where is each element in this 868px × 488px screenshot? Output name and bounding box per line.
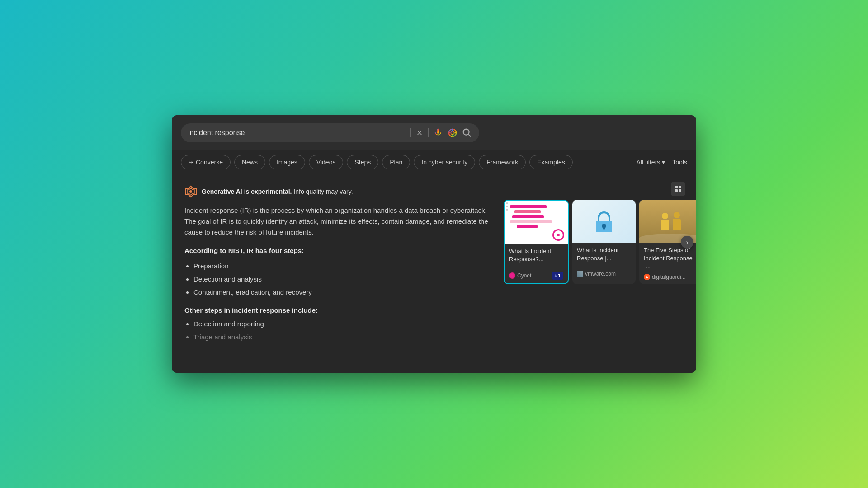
search-box[interactable]: incident response bbox=[181, 123, 479, 142]
list-item: Triage and analysis bbox=[193, 331, 489, 343]
svg-point-15 bbox=[189, 190, 192, 193]
ai-notice-bold: Generative AI is experimental. bbox=[202, 188, 292, 195]
card-1-title: What Is Incident Response?... bbox=[509, 247, 563, 269]
all-filters-label: All filters bbox=[636, 159, 660, 166]
search-input[interactable]: incident response bbox=[188, 129, 406, 137]
ai-notice-rest: Info quality may vary. bbox=[292, 188, 353, 195]
tab-steps[interactable]: Steps bbox=[347, 155, 378, 169]
card-2-title: What is Incident Response |... bbox=[577, 246, 631, 268]
card-3-footer: ▲ digitalguardi... bbox=[644, 274, 696, 280]
tab-cyber-label: In cyber security bbox=[421, 159, 467, 166]
search-divider-2 bbox=[428, 128, 429, 137]
filter-tabs: ↪ Converse News Images Videos Steps Plan… bbox=[172, 150, 696, 174]
card-1-badge: # 1 bbox=[552, 272, 563, 280]
cards-next-button[interactable]: › bbox=[681, 236, 693, 249]
other-heading: Other steps in incident response include… bbox=[184, 306, 489, 314]
tools-button[interactable]: Tools bbox=[672, 159, 687, 166]
cards-header bbox=[502, 182, 689, 196]
tab-framework-label: Framework bbox=[486, 159, 518, 166]
tab-plan-label: Plan bbox=[390, 159, 402, 166]
list-item: Detection and analysis bbox=[193, 273, 489, 285]
ai-body-text: Incident response (IR) is the process by… bbox=[184, 205, 489, 238]
tab-videos-label: Videos bbox=[316, 159, 336, 166]
tab-converse-label: Converse bbox=[196, 159, 223, 166]
card-2-source-text: vmware.com bbox=[585, 271, 616, 277]
dg-favicon-icon: ▲ bbox=[644, 274, 650, 280]
list-item: Containment, eradication, and recovery bbox=[193, 286, 489, 298]
tab-cyber[interactable]: In cyber security bbox=[414, 155, 475, 169]
nist-heading: According to NIST, IR has four steps: bbox=[184, 247, 489, 254]
card-1[interactable]: What Is Incident Response?... Cynet # 1 bbox=[504, 200, 569, 284]
card-2-thumbnail bbox=[572, 200, 636, 243]
search-bar-area: incident response bbox=[172, 115, 696, 150]
tab-steps-label: Steps bbox=[354, 159, 371, 166]
right-panel: What Is Incident Response?... Cynet # 1 bbox=[502, 174, 696, 373]
microphone-icon[interactable] bbox=[433, 128, 443, 138]
list-item: Preparation bbox=[193, 260, 489, 272]
card-2-content: What is Incident Response |... vmware.co… bbox=[572, 243, 636, 281]
tab-examples-label: Examples bbox=[537, 159, 565, 166]
chevron-down-icon: ▾ bbox=[662, 159, 665, 166]
card-2-source: vmware.com bbox=[577, 271, 616, 277]
cynet-favicon-icon bbox=[509, 272, 515, 279]
google-lens-icon[interactable] bbox=[448, 128, 458, 138]
svg-rect-19 bbox=[679, 189, 681, 192]
all-filters-button[interactable]: All filters ▾ bbox=[636, 159, 665, 166]
card-3-source: ▲ digitalguardi... bbox=[644, 274, 686, 280]
ai-logo-icon bbox=[184, 185, 197, 198]
ai-header: Generative AI is experimental. Info qual… bbox=[184, 185, 489, 198]
svg-rect-16 bbox=[675, 186, 678, 188]
grid-view-button[interactable] bbox=[671, 182, 685, 196]
card-1-content: What Is Incident Response?... Cynet # 1 bbox=[505, 244, 568, 283]
card-3-content: The Five Steps of Incident Response -...… bbox=[639, 243, 696, 284]
card-1-footer: Cynet # 1 bbox=[509, 272, 563, 280]
lock-icon bbox=[590, 208, 618, 235]
tab-news[interactable]: News bbox=[234, 155, 265, 169]
tab-images-label: Images bbox=[277, 159, 297, 166]
ai-notice-text: Generative AI is experimental. Info qual… bbox=[202, 188, 353, 195]
main-content: Generative AI is experimental. Info qual… bbox=[172, 174, 696, 373]
svg-line-12 bbox=[468, 134, 471, 136]
browser-window: incident response bbox=[172, 115, 696, 373]
svg-rect-22 bbox=[603, 226, 605, 230]
nist-steps-list: Preparation Detection and analysis Conta… bbox=[184, 260, 489, 298]
tab-framework[interactable]: Framework bbox=[479, 155, 526, 169]
cards-row: What Is Incident Response?... Cynet # 1 bbox=[502, 200, 689, 284]
filter-right: All filters ▾ Tools bbox=[636, 159, 687, 166]
card-3-title: The Five Steps of Incident Response -... bbox=[644, 246, 696, 271]
badge-hash-icon: # bbox=[555, 273, 557, 278]
svg-rect-17 bbox=[679, 186, 681, 188]
search-divider bbox=[410, 128, 411, 137]
svg-rect-18 bbox=[675, 189, 678, 192]
tab-news-label: News bbox=[242, 159, 258, 166]
svg-point-6 bbox=[451, 131, 454, 134]
left-panel: Generative AI is experimental. Info qual… bbox=[172, 174, 502, 373]
tools-label: Tools bbox=[672, 159, 687, 166]
chevron-right-icon: › bbox=[686, 239, 689, 246]
search-icon[interactable] bbox=[462, 128, 472, 138]
list-item: Detection and reporting bbox=[193, 318, 489, 330]
card-3-source-text: digitalguardi... bbox=[652, 274, 686, 280]
card-1-source: Cynet bbox=[509, 272, 531, 279]
clear-icon[interactable] bbox=[415, 129, 424, 137]
tab-images[interactable]: Images bbox=[269, 155, 305, 169]
tab-converse[interactable]: ↪ Converse bbox=[181, 155, 231, 169]
vmware-favicon-icon bbox=[577, 271, 583, 277]
card-2[interactable]: What is Incident Response |... vmware.co… bbox=[572, 200, 636, 284]
svg-point-11 bbox=[463, 129, 469, 135]
badge-number: 1 bbox=[558, 273, 561, 278]
tab-examples[interactable]: Examples bbox=[529, 155, 572, 169]
card-2-footer: vmware.com bbox=[577, 271, 631, 277]
tab-plan[interactable]: Plan bbox=[382, 155, 410, 169]
other-steps-list: Detection and reporting Triage and analy… bbox=[184, 318, 489, 343]
converse-arrow-icon: ↪ bbox=[189, 159, 193, 165]
tab-videos[interactable]: Videos bbox=[309, 155, 344, 169]
card-1-source-text: Cynet bbox=[517, 272, 531, 279]
card-1-thumbnail bbox=[505, 201, 568, 244]
svg-rect-2 bbox=[437, 129, 439, 134]
